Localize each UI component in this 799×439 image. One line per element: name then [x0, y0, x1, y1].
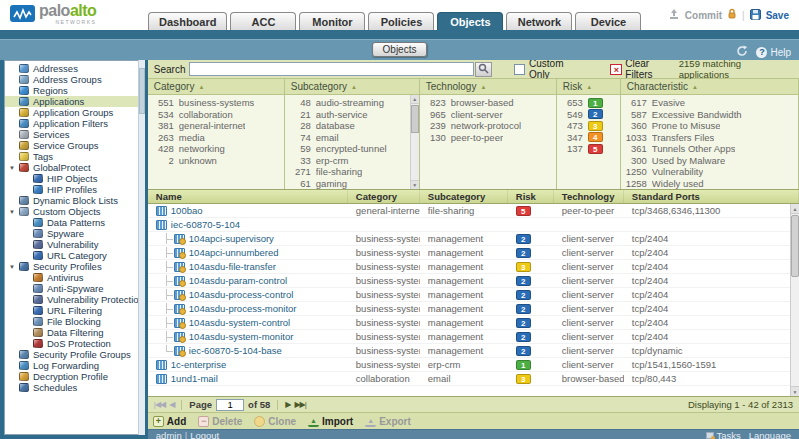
- sidebar-item-antivirus[interactable]: Antivirus: [5, 272, 144, 283]
- filter-item[interactable]: 823browser-based: [420, 97, 556, 109]
- application-name-link[interactable]: 104asdu-process-control: [189, 289, 294, 300]
- table-scrollbar[interactable]: ▲ ▼: [790, 204, 799, 396]
- expander-icon[interactable]: ▼: [9, 163, 19, 173]
- filter-item[interactable]: 428networking: [148, 143, 284, 155]
- scroll-thumb[interactable]: [411, 105, 419, 133]
- filter-item[interactable]: 965client-server: [420, 109, 556, 121]
- column-header-name[interactable]: Name: [148, 190, 348, 203]
- filter-column-header-characteristic[interactable]: Characteristic▲: [621, 79, 798, 95]
- last-page-button[interactable]: ▶▶|: [294, 400, 305, 409]
- filter-item[interactable]: 48audio-streaming: [285, 97, 419, 109]
- filter-item[interactable]: 33erp-crm: [285, 155, 419, 167]
- sidebar-item-data-filtering[interactable]: Data Filtering: [5, 327, 144, 338]
- sidebar-item-services[interactable]: Services: [5, 129, 144, 140]
- first-page-button[interactable]: |◀◀: [154, 400, 165, 409]
- sidebar-item-url-filtering[interactable]: URL Filtering: [5, 305, 144, 316]
- scroll-up-icon[interactable]: ▲: [791, 204, 799, 214]
- clone-button[interactable]: Clone: [254, 416, 296, 427]
- sidebar-item-vulnerability-protection[interactable]: Vulnerability Protection: [5, 294, 144, 305]
- sidebar-item-dynamic-block-lists[interactable]: Dynamic Block Lists: [5, 195, 144, 206]
- filter-column-header-risk[interactable]: Risk▲: [557, 79, 620, 95]
- application-name-link[interactable]: 104asdu-system-monitor: [189, 331, 294, 342]
- filter-item[interactable]: 1250Vulnerability: [621, 166, 798, 178]
- filter-item[interactable]: 130peer-to-peer: [420, 132, 556, 144]
- help-button[interactable]: ? Help: [756, 47, 791, 58]
- application-name-link[interactable]: 104apci-unnumbered: [189, 247, 279, 258]
- tab-acc[interactable]: ACC: [230, 12, 296, 30]
- filter-item[interactable]: 300Used by Malware: [621, 155, 798, 167]
- expander-icon[interactable]: ▼: [9, 262, 19, 272]
- sidebar-item-security-profile-groups[interactable]: Security Profile Groups: [5, 349, 144, 360]
- filter-item[interactable]: 3474: [557, 132, 620, 144]
- sidebar-item-anti-spyware[interactable]: Anti-Spyware: [5, 283, 144, 294]
- sidebar-item-addresses[interactable]: Addresses: [5, 63, 144, 74]
- tab-policies[interactable]: Policies: [368, 12, 434, 30]
- sidebar-item-spyware[interactable]: Spyware: [5, 228, 144, 239]
- filter-item[interactable]: 21auth-service: [285, 109, 419, 121]
- export-button[interactable]: ▲Export: [365, 416, 411, 427]
- tab-device[interactable]: Device: [575, 12, 641, 30]
- filter-column-header-technology[interactable]: Technology▲: [420, 79, 556, 95]
- filter-item[interactable]: 5492: [557, 109, 620, 121]
- column-header-category[interactable]: Category: [348, 190, 420, 203]
- sidebar-item-data-patterns[interactable]: Data Patterns: [5, 217, 144, 228]
- filter-item[interactable]: 617Evasive: [621, 97, 798, 109]
- sidebar-item-service-groups[interactable]: Service Groups: [5, 140, 144, 151]
- filter-item[interactable]: 59encrypted-tunnel: [285, 143, 419, 155]
- filter-item[interactable]: 534collaboration: [148, 109, 284, 121]
- scroll-down-icon[interactable]: ▼: [411, 180, 419, 189]
- language-button[interactable]: Language: [749, 430, 791, 439]
- tab-objects[interactable]: Objects: [437, 12, 503, 30]
- application-name-link[interactable]: 104asdu-system-control: [189, 317, 290, 328]
- application-name-link[interactable]: 1und1-mail: [171, 373, 218, 384]
- next-page-button[interactable]: ▶: [285, 400, 290, 409]
- application-name-link[interactable]: iec-60870-5-104-base: [189, 345, 282, 356]
- column-header-subcategory[interactable]: Subcategory: [420, 190, 508, 203]
- application-name-link[interactable]: iec-60870-5-104: [171, 219, 240, 230]
- lock-icon[interactable]: [727, 8, 737, 22]
- clear-filters-button[interactable]: Clear Filters: [625, 58, 678, 80]
- filter-scrollbar[interactable]: ▲▼: [410, 95, 419, 189]
- filter-item[interactable]: 551business-systems: [148, 97, 284, 109]
- sidebar-item-log-forwarding[interactable]: Log Forwarding: [5, 360, 144, 371]
- filter-item[interactable]: 1033Transfers Files: [621, 132, 798, 144]
- refresh-icon[interactable]: [736, 43, 748, 61]
- filter-item[interactable]: 239network-protocol: [420, 120, 556, 132]
- column-header-risk[interactable]: Risk: [508, 190, 554, 203]
- sidebar-item-application-groups[interactable]: Application Groups: [5, 107, 144, 118]
- logout-link[interactable]: Logout: [190, 430, 219, 439]
- tab-network[interactable]: Network: [506, 12, 572, 30]
- application-name-link[interactable]: 100bao: [171, 205, 203, 216]
- sidebar-item-security-profiles[interactable]: ▼Security Profiles: [5, 261, 144, 272]
- breadcrumb[interactable]: Objects: [372, 42, 428, 57]
- sidebar-item-url-category[interactable]: URL Category: [5, 250, 144, 261]
- filter-item[interactable]: 4733: [557, 120, 620, 132]
- search-input[interactable]: [189, 62, 475, 76]
- sidebar-item-application-filters[interactable]: Application Filters: [5, 118, 144, 129]
- filter-column-header-subcategory[interactable]: Subcategory▲: [285, 79, 419, 95]
- add-button[interactable]: +Add: [153, 416, 186, 427]
- sidebar-item-address-groups[interactable]: Address Groups: [5, 74, 144, 85]
- sidebar-item-hip-objects[interactable]: HIP Objects: [5, 173, 144, 184]
- application-name-link[interactable]: 1c-enterprise: [171, 359, 226, 370]
- filter-item[interactable]: 1375: [557, 143, 620, 155]
- sidebar-item-schedules[interactable]: Schedules: [5, 382, 144, 393]
- filter-column-header-category[interactable]: Category▲: [148, 79, 284, 95]
- table-scroll-thumb[interactable]: [791, 215, 799, 277]
- filter-item[interactable]: 361Tunnels Other Apps: [621, 143, 798, 155]
- sidebar-scroll-thumb[interactable]: [139, 68, 145, 114]
- tab-monitor[interactable]: Monitor: [299, 12, 365, 30]
- filter-item[interactable]: 360Prone to Misuse: [621, 120, 798, 132]
- delete-button[interactable]: −Delete: [198, 416, 242, 427]
- import-button[interactable]: ▲Import: [308, 416, 353, 427]
- save-button[interactable]: Save: [766, 10, 789, 21]
- tasks-button[interactable]: Tasks: [706, 430, 740, 439]
- column-header-standard-ports[interactable]: Standard Ports: [624, 190, 799, 203]
- filter-item[interactable]: 61gaming: [285, 178, 419, 190]
- expander-icon[interactable]: ▼: [9, 207, 19, 217]
- filter-item[interactable]: 74email: [285, 132, 419, 144]
- sidebar-item-file-blocking[interactable]: File Blocking: [5, 316, 144, 327]
- sidebar-item-globalprotect[interactable]: ▼GlobalProtect: [5, 162, 144, 173]
- clear-filters-icon[interactable]: ×: [610, 64, 622, 75]
- commit-button[interactable]: Commit: [685, 10, 722, 21]
